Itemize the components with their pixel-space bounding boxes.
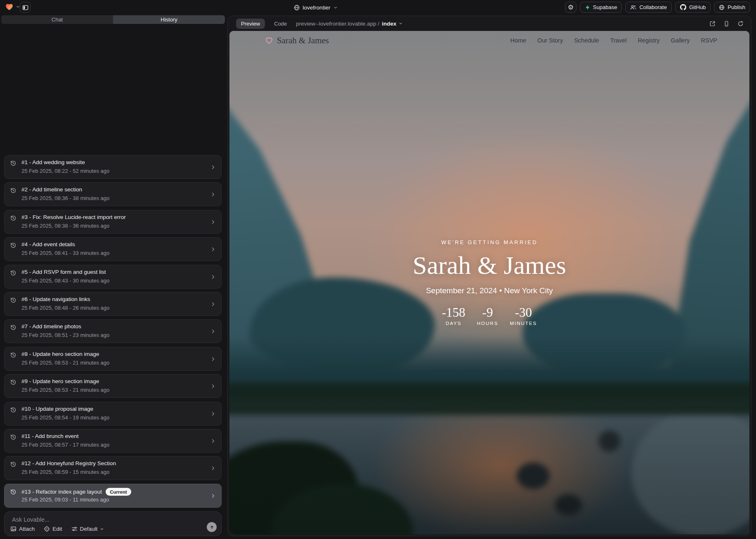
preview-url-selector[interactable]: preview--lovefrontier.lovable.app / inde…: [296, 21, 403, 27]
hero-dateline: September 21, 2024 • New York City: [229, 286, 749, 295]
countdown-hours: -9 HOURS: [476, 306, 499, 326]
top-bar: lovefrontier ⚙ Supabase: [0, 0, 756, 15]
history-item-6[interactable]: #6 - Update navigation links 25 Feb 2025…: [4, 292, 222, 316]
nav-gallery[interactable]: Gallery: [671, 37, 690, 44]
history-item-meta: 25 Feb 2025, 08:51 - 23 minutes ago: [21, 332, 109, 338]
hero-title: Sarah & James: [229, 251, 749, 280]
history-item-meta: 25 Feb 2025, 08:48 - 26 minutes ago: [21, 305, 109, 311]
edit-button[interactable]: Edit: [44, 526, 62, 532]
nav-home[interactable]: Home: [510, 37, 526, 44]
history-item-title: #3 - Fix: Resolve Lucide-react import er…: [21, 214, 126, 220]
history-item-11[interactable]: #11 - Add brunch event 25 Feb 2025, 08:5…: [4, 429, 222, 453]
image-plus-icon: [10, 526, 17, 532]
history-clock-icon: [10, 407, 17, 413]
site-brand-label: Sarah & James: [277, 35, 329, 46]
sidebar-tabs: Chat History: [1, 15, 225, 24]
history-item-9[interactable]: #9 - Update hero section image 25 Feb 20…: [4, 374, 222, 398]
history-item-title: #13 - Refactor index page layout Current: [21, 488, 131, 496]
nav-schedule[interactable]: Schedule: [574, 37, 599, 44]
mobile-view-button[interactable]: [723, 21, 730, 27]
toggle-sidebar-button[interactable]: [20, 2, 31, 13]
chevron-right-icon: [210, 301, 216, 307]
chevron-right-icon: [210, 438, 216, 444]
nav-registry[interactable]: Registry: [638, 37, 659, 44]
collaborate-button[interactable]: Collaborate: [625, 2, 672, 13]
history-item-5[interactable]: #5 - Add RSVP form and guest list 25 Feb…: [4, 265, 222, 289]
history-item-1[interactable]: #1 - Add wedding website 25 Feb 2025, 08…: [4, 155, 222, 179]
history-clock-icon: [10, 461, 17, 468]
chevron-down-icon: [399, 21, 403, 26]
mode-selector[interactable]: Default: [71, 526, 104, 532]
open-external-button[interactable]: [709, 21, 716, 27]
history-clock-icon: [10, 160, 17, 167]
chevron-right-icon: [210, 411, 216, 417]
history-item-title: #12 - Add Honeyfund Registry Section: [21, 460, 116, 466]
history-item-title: #2 - Add timeline section: [21, 186, 82, 193]
history-item-8[interactable]: #8 - Update hero section image 25 Feb 20…: [4, 347, 222, 371]
countdown-minutes-label: MINUTES: [510, 321, 537, 326]
history-item-2[interactable]: #2 - Add timeline section 25 Feb 2025, 0…: [4, 182, 222, 206]
history-item-meta: 25 Feb 2025, 08:22 - 52 minutes ago: [21, 168, 109, 174]
site-brand[interactable]: Sarah & James: [265, 35, 329, 46]
ask-lovable-input[interactable]: [11, 516, 190, 523]
tab-history[interactable]: History: [113, 15, 225, 24]
tab-code[interactable]: Code: [274, 21, 287, 27]
chevron-right-icon: [210, 274, 216, 280]
history-clock-icon: [10, 242, 17, 249]
mode-label: Default: [80, 526, 98, 532]
countdown-days: -158 DAYS: [442, 306, 465, 326]
nav-rsvp[interactable]: RSVP: [701, 37, 718, 44]
history-clock-icon: [10, 434, 17, 440]
hero-section: WE'RE GETTING MARRIED Sarah & James Sept…: [229, 239, 749, 326]
chevron-right-icon: [210, 328, 216, 334]
composer-tools: Attach Edit: [10, 526, 104, 532]
history-item-meta: 25 Feb 2025, 08:57 - 17 minutes ago: [21, 442, 109, 448]
app-window: lovefrontier ⚙ Supabase: [0, 0, 756, 539]
chat-composer: Attach Edit: [4, 511, 222, 536]
tab-chat[interactable]: Chat: [1, 15, 113, 24]
github-label: GitHub: [689, 4, 706, 10]
nav-travel[interactable]: Travel: [610, 37, 627, 44]
site-viewport: Sarah & James Home Our Story Schedule Tr…: [229, 31, 749, 534]
history-item-meta: 25 Feb 2025, 08:38 - 36 minutes ago: [21, 223, 109, 229]
github-button[interactable]: GitHub: [675, 2, 711, 13]
history-item-13-current[interactable]: #13 - Refactor index page layout Current…: [4, 484, 222, 508]
history-clock-icon: [10, 297, 17, 304]
settings-button[interactable]: ⚙: [565, 2, 576, 13]
history-item-10[interactable]: #10 - Update proposal image 25 Feb 2025,…: [4, 402, 222, 426]
chevron-right-icon: [210, 356, 216, 362]
refresh-button[interactable]: [737, 21, 744, 27]
attach-label: Attach: [19, 526, 35, 532]
history-item-3[interactable]: #3 - Fix: Resolve Lucide-react import er…: [4, 210, 222, 234]
edit-label: Edit: [52, 526, 62, 532]
heart-outline-icon: [265, 37, 273, 44]
history-item-meta: 25 Feb 2025, 08:53 - 21 minutes ago: [21, 387, 109, 393]
send-button[interactable]: [207, 522, 217, 532]
supabase-button[interactable]: Supabase: [580, 2, 622, 13]
project-name: lovefrontier: [303, 5, 331, 11]
lovable-logo-menu[interactable]: [5, 3, 20, 11]
history-item-4[interactable]: #4 - Add event details 25 Feb 2025, 08:4…: [4, 237, 222, 261]
history-clock-icon: [10, 187, 17, 194]
countdown-minutes: -30 MINUTES: [510, 306, 537, 326]
hero-eyebrow: WE'RE GETTING MARRIED: [229, 239, 749, 245]
panel-left-icon: [22, 5, 28, 11]
nav-our-story[interactable]: Our Story: [537, 37, 563, 44]
project-selector[interactable]: lovefrontier: [294, 0, 338, 15]
github-icon: [680, 4, 686, 10]
supabase-label: Supabase: [593, 4, 617, 10]
users-icon: [630, 5, 636, 10]
attach-button[interactable]: Attach: [10, 526, 35, 532]
chevron-right-icon: [210, 164, 216, 170]
history-item-7[interactable]: #7 - Add timeline photos 25 Feb 2025, 08…: [4, 319, 222, 343]
current-badge: Current: [106, 488, 131, 496]
history-clock-icon: [10, 270, 17, 276]
preview-toolbar: Preview Code preview--lovefrontier.lovab…: [228, 16, 751, 31]
history-item-12[interactable]: #12 - Add Honeyfund Registry Section 25 …: [4, 456, 222, 480]
tab-preview[interactable]: Preview: [236, 19, 265, 29]
target-icon: [44, 526, 50, 532]
history-item-meta: 25 Feb 2025, 08:36 - 38 minutes ago: [21, 195, 109, 201]
publish-button[interactable]: Publish: [714, 2, 750, 13]
preview-toolbar-actions: [709, 21, 744, 27]
history-item-title: #6 - Update navigation links: [21, 296, 90, 302]
